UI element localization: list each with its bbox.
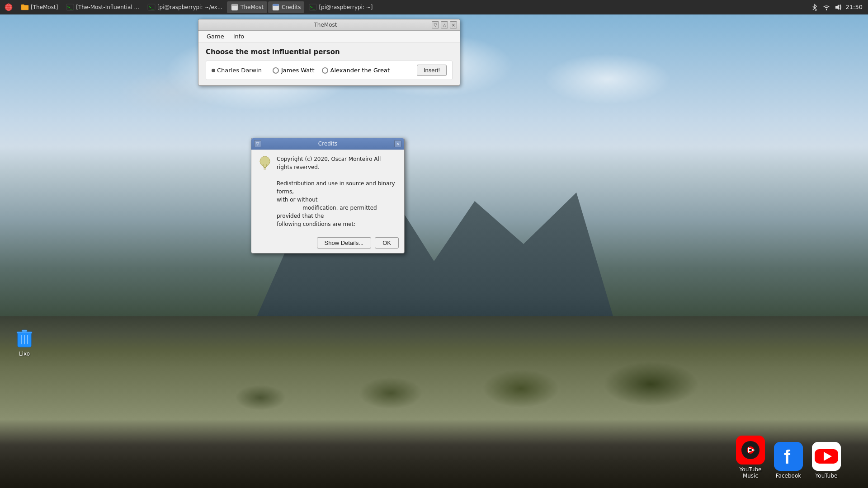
credits-content: Copyright (c) 2020, Oscar Monteiro All r…	[251, 150, 404, 234]
radio-james-watt[interactable]: James Watt	[273, 67, 315, 74]
credits-icon	[272, 3, 280, 11]
choice-label-darwin: Charles Darwin	[217, 67, 262, 74]
radio-label-james-watt: James Watt	[281, 67, 315, 74]
taskbar: [TheMost] >_ [The-Most-Influential ... >…	[0, 0, 868, 14]
dock-item-facebook[interactable]: f Facebook	[774, 442, 803, 479]
taskbar-item-terminal3[interactable]: >_ [pi@raspberrypi: ~]	[305, 1, 376, 13]
taskbar-item-label: [pi@raspberrypi: ~/ex...	[157, 4, 222, 10]
wifi-icon	[822, 3, 830, 11]
credits-window-controls-left: ▽	[254, 140, 261, 147]
radio-label-alexander: Alexander the Great	[330, 67, 390, 74]
terminal-icon-3: >_	[309, 3, 317, 11]
taskbar-item-credits[interactable]: Credits	[268, 1, 304, 13]
radio-circle-alexander	[322, 67, 328, 74]
themost-menu: Game Info	[198, 31, 460, 42]
question-heading: Choose the most influential person	[206, 48, 453, 56]
themost-content: Choose the most influential person Charl…	[198, 42, 460, 85]
svg-text:>_: >_	[149, 5, 154, 9]
credits-close-button[interactable]: ×	[394, 140, 401, 147]
svg-text:f: f	[784, 446, 791, 468]
insert-button[interactable]: Insert!	[417, 65, 447, 76]
taskbar-item-terminal2[interactable]: >_ [pi@raspberrypi: ~/ex...	[144, 1, 226, 13]
taskbar-item-terminal1[interactable]: >_ [The-Most-Influential ...	[62, 1, 143, 13]
facebook-icon: f	[774, 442, 803, 471]
show-details-button[interactable]: Show Details...	[317, 237, 372, 249]
question-row: Charles Darwin James Watt Alexander the …	[206, 61, 453, 80]
clock: 21:50	[846, 4, 863, 10]
youtube-music-label: YouTubeMusic	[740, 466, 762, 479]
svg-text:>_: >_	[67, 5, 72, 9]
themost-maximize-button[interactable]: △	[441, 21, 448, 28]
taskbar-item-label: [The-Most-Influential ...	[76, 4, 139, 10]
youtube-music-icon	[736, 436, 765, 465]
taskbar-item-label: [pi@raspberrypi: ~]	[319, 4, 373, 10]
folder-icon	[21, 3, 29, 11]
credits-copyright: Copyright (c) 2020, Oscar Monteiro All r…	[277, 155, 398, 171]
ok-button[interactable]: OK	[375, 237, 399, 249]
menu-game[interactable]: Game	[202, 32, 229, 41]
lightbulb-icon	[258, 155, 272, 173]
dock-item-youtube-music[interactable]: YouTubeMusic	[736, 436, 765, 479]
menu-info[interactable]: Info	[229, 32, 249, 41]
radio-alexander[interactable]: Alexander the Great	[322, 67, 390, 74]
terminal-icon-2: >_	[147, 3, 156, 11]
credits-dialog: ▽ Credits × Copyright (c) 2020, Oscar Mo…	[251, 138, 405, 253]
taskbar-left: [TheMost] >_ [The-Most-Influential ... >…	[0, 1, 811, 13]
svg-rect-13	[273, 4, 279, 6]
taskbar-item-label: TheMost	[241, 4, 264, 10]
credits-title: Credits	[261, 141, 394, 147]
svg-point-35	[749, 449, 752, 451]
radio-group: James Watt Alexander the Great	[273, 67, 390, 74]
credits-minimize-button[interactable]: ▽	[254, 140, 261, 147]
dock: YouTubeMusic f Facebook YouTube	[736, 436, 841, 479]
themost-window-title: TheMost	[219, 22, 432, 28]
svg-rect-27	[22, 330, 27, 332]
trash-icon-image	[14, 327, 35, 349]
volume-icon	[834, 3, 842, 11]
window-icon	[231, 3, 239, 11]
grass	[0, 325, 868, 416]
taskbar-right: 21:50	[811, 3, 868, 11]
svg-rect-18	[264, 167, 266, 168]
credits-titlebar: ▽ Credits ×	[251, 138, 404, 150]
facebook-label: Facebook	[776, 473, 801, 479]
credits-body: Redistribution and use in source and bin…	[277, 179, 398, 228]
youtube-label: YouTube	[816, 473, 838, 479]
themost-window-controls: ▽ △ ×	[432, 21, 457, 28]
taskbar-item-globe[interactable]	[1, 1, 16, 13]
credits-footer: Show Details... OK	[251, 234, 404, 253]
trash-icon-desktop[interactable]: Lixo	[6, 327, 42, 357]
youtube-icon	[812, 442, 841, 471]
choice-charles-darwin: Charles Darwin	[212, 67, 262, 74]
themost-window: TheMost ▽ △ × Game Info Choose the most …	[198, 19, 460, 86]
bullet-icon	[212, 69, 215, 72]
taskbar-item-label: [TheMost]	[31, 4, 58, 10]
credits-window-controls-right: ×	[394, 140, 401, 147]
svg-marker-16	[835, 5, 839, 10]
svg-rect-19	[264, 169, 266, 169]
taskbar-item-themost-folder[interactable]: [TheMost]	[17, 1, 61, 13]
themost-minimize-button[interactable]: ▽	[432, 21, 439, 28]
trash-label: Lixo	[19, 351, 30, 357]
themost-titlebar: TheMost ▽ △ ×	[198, 19, 460, 31]
svg-rect-26	[17, 332, 32, 333]
svg-text:>_: >_	[310, 5, 315, 9]
themost-close-button[interactable]: ×	[450, 21, 457, 28]
credits-text: Copyright (c) 2020, Oscar Monteiro All r…	[277, 155, 398, 228]
svg-rect-11	[231, 4, 238, 6]
dock-item-youtube[interactable]: YouTube	[812, 442, 841, 479]
terminal-icon-1: >_	[66, 3, 74, 11]
taskbar-item-themost[interactable]: TheMost	[227, 1, 267, 13]
taskbar-item-label: Credits	[282, 4, 301, 10]
globe-icon	[5, 3, 13, 11]
radio-circle-james-watt	[273, 67, 279, 74]
bluetooth-icon	[811, 3, 819, 11]
